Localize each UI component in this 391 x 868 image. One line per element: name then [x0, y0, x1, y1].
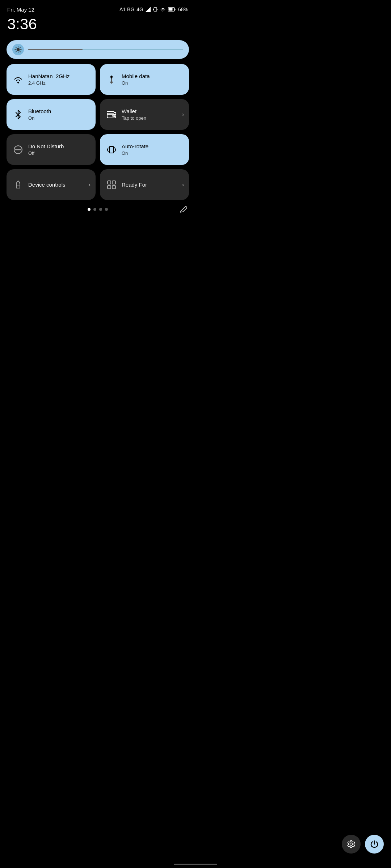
svg-rect-29 — [109, 146, 114, 153]
wifi-tile-icon — [13, 75, 23, 85]
wifi-tile-subtitle: 2.4 GHz — [28, 80, 70, 86]
svg-line-16 — [16, 51, 16, 52]
battery-label: 68% — [178, 7, 188, 12]
mobile-data-text: Mobile data On — [122, 73, 150, 86]
wifi-tile[interactable]: HanNatan_2GHz 2.4 GHz — [7, 64, 96, 95]
ready-for-icon — [106, 180, 117, 190]
mobile-data-tile[interactable]: Mobile data On — [100, 64, 189, 95]
dnd-tile[interactable]: Do Not Disturb Off — [7, 134, 96, 165]
page-dot-1[interactable] — [88, 208, 91, 211]
svg-rect-32 — [112, 181, 115, 184]
vibrate-icon — [153, 7, 158, 12]
status-time: 3:36 — [0, 13, 196, 33]
autorotate-title: Auto-rotate — [122, 143, 148, 150]
svg-marker-1 — [146, 10, 148, 12]
svg-rect-24 — [107, 111, 114, 113]
svg-rect-4 — [157, 9, 157, 10]
svg-rect-6 — [175, 9, 175, 10]
mobile-data-subtitle: On — [122, 80, 150, 86]
ready-for-tile[interactable]: Ready For › — [100, 169, 189, 200]
quick-settings-grid: HanNatan_2GHz 2.4 GHz Mobile data On Blu… — [7, 64, 189, 200]
page-dot-3[interactable] — [99, 208, 102, 211]
svg-line-14 — [20, 51, 21, 52]
carrier-label: A1 BG — [119, 7, 134, 12]
status-date: Fri, May 12 — [7, 7, 34, 13]
battery-icon — [168, 7, 176, 12]
svg-line-15 — [20, 47, 21, 48]
wifi-status-icon — [160, 7, 166, 12]
page-indicators — [0, 208, 196, 211]
status-bar: Fri, May 12 A1 BG 4G 68% — [0, 0, 196, 13]
wallet-subtitle: Tap to open — [122, 115, 146, 121]
bluetooth-tile[interactable]: Bluetooth On — [7, 99, 96, 130]
autorotate-tile[interactable]: Auto-rotate On — [100, 134, 189, 165]
mobile-data-icon — [106, 75, 117, 85]
edit-button[interactable] — [180, 205, 188, 213]
wallet-title: Wallet — [122, 108, 146, 115]
device-controls-arrow: › — [89, 182, 91, 188]
svg-rect-34 — [112, 186, 115, 189]
svg-rect-31 — [108, 181, 111, 184]
page-dot-4[interactable] — [105, 208, 108, 211]
mobile-data-title: Mobile data — [122, 73, 150, 80]
svg-line-19 — [18, 83, 19, 84]
dnd-icon — [13, 145, 23, 155]
svg-line-13 — [16, 47, 16, 48]
dnd-subtitle: Off — [28, 150, 64, 156]
device-controls-text: Device controls — [28, 182, 66, 188]
svg-rect-2 — [154, 8, 157, 11]
sun-icon — [14, 46, 22, 53]
wifi-tile-text: HanNatan_2GHz 2.4 GHz — [28, 73, 70, 86]
dnd-text: Do Not Disturb Off — [28, 143, 64, 156]
ready-for-title: Ready For — [122, 182, 147, 188]
autorotate-subtitle: On — [122, 150, 148, 156]
brightness-fill — [28, 49, 83, 50]
bluetooth-icon — [13, 110, 23, 120]
svg-rect-33 — [108, 186, 111, 189]
device-controls-tile[interactable]: Device controls › — [7, 169, 96, 200]
dnd-title: Do Not Disturb — [28, 143, 64, 150]
wifi-tile-title: HanNatan_2GHz — [28, 73, 70, 80]
wallet-arrow: › — [182, 111, 184, 118]
page-dot-2[interactable] — [93, 208, 96, 211]
wallet-text: Wallet Tap to open — [122, 108, 146, 121]
autorotate-icon — [106, 145, 117, 155]
network-label: 4G — [136, 7, 143, 12]
status-icons: A1 BG 4G 68% — [119, 7, 188, 12]
autorotate-text: Auto-rotate On — [122, 143, 148, 156]
brightness-track[interactable] — [28, 49, 183, 50]
device-controls-title: Device controls — [28, 182, 66, 188]
bluetooth-text: Bluetooth On — [28, 108, 51, 121]
bluetooth-title: Bluetooth — [28, 108, 51, 115]
device-controls-icon — [13, 180, 23, 190]
signal-icon — [146, 7, 151, 12]
ready-for-arrow: › — [182, 182, 184, 188]
ready-for-text: Ready For — [122, 182, 147, 188]
wallet-tile[interactable]: Wallet Tap to open › — [100, 99, 189, 130]
svg-rect-7 — [168, 8, 172, 11]
brightness-icon — [12, 44, 24, 55]
bluetooth-subtitle: On — [28, 115, 51, 121]
wallet-icon — [106, 110, 117, 120]
brightness-slider[interactable] — [7, 40, 189, 59]
svg-point-8 — [17, 48, 20, 51]
svg-rect-3 — [153, 9, 154, 10]
svg-point-17 — [17, 81, 19, 83]
